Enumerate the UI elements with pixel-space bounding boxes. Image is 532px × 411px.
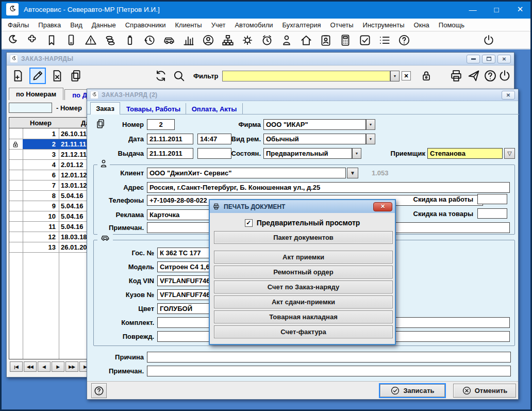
filter-dropdown-icon[interactable]: ▼ bbox=[390, 71, 400, 81]
discount-works-field[interactable] bbox=[477, 194, 507, 204]
date-field[interactable]: 21.11.2011 bbox=[147, 134, 193, 144]
print-icon[interactable] bbox=[449, 69, 463, 83]
orders-minimize-button[interactable] bbox=[467, 55, 480, 63]
print-handover-act-button[interactable]: Акт сдачи-приемки bbox=[214, 295, 393, 308]
menu-edit[interactable]: Правка bbox=[34, 21, 65, 29]
nav-first-icon[interactable]: |◀ bbox=[10, 361, 23, 372]
address-field[interactable]: Россия, г.Санкт-Петербург, Б. Конюшенная… bbox=[147, 182, 510, 193]
home-icon[interactable] bbox=[299, 33, 313, 47]
issue-date-field[interactable]: 21.11.2011 bbox=[147, 148, 193, 159]
orders-close-button[interactable]: ✕ bbox=[497, 55, 511, 63]
close-button[interactable]: ✕ bbox=[508, 0, 532, 19]
alarm-icon[interactable] bbox=[260, 33, 274, 47]
help-icon[interactable] bbox=[397, 33, 411, 47]
repair-type-dropdown-icon[interactable]: ▼ bbox=[366, 134, 375, 144]
reason-field[interactable] bbox=[147, 352, 511, 363]
battery-icon[interactable] bbox=[123, 33, 137, 47]
contacts-icon[interactable] bbox=[319, 33, 333, 47]
nav-prev-icon[interactable]: ◀ bbox=[38, 361, 51, 372]
filter-input[interactable] bbox=[222, 71, 390, 81]
save-button[interactable]: Записать bbox=[379, 383, 446, 398]
orders-restore-button[interactable] bbox=[482, 55, 495, 63]
dialog-help-button[interactable] bbox=[91, 383, 107, 398]
tab-goods-works[interactable]: Товары, Работы bbox=[121, 103, 186, 114]
preview-checkbox[interactable]: ✓ bbox=[245, 219, 253, 227]
calculator-icon[interactable] bbox=[338, 33, 353, 47]
state-dropdown-icon[interactable]: ▼ bbox=[352, 148, 361, 159]
order-number-input[interactable] bbox=[9, 103, 52, 113]
receiver-dropdown-icon[interactable]: ▽ bbox=[504, 148, 515, 159]
services-icon[interactable] bbox=[25, 33, 39, 47]
discount-goods-field[interactable] bbox=[477, 208, 507, 219]
send-icon[interactable] bbox=[467, 69, 481, 83]
orders-power-icon[interactable] bbox=[497, 69, 512, 83]
new-order-icon[interactable] bbox=[11, 69, 25, 83]
nav-next-icon[interactable]: ▶ bbox=[52, 361, 64, 372]
client-combo[interactable]: ООО "ДжипХит- Сервис" bbox=[147, 168, 346, 178]
warning-icon[interactable] bbox=[84, 33, 98, 47]
nav-fast-back-icon[interactable]: ◀◀ bbox=[24, 361, 37, 372]
tab-payment-acts[interactable]: Оплата, Акты bbox=[186, 103, 243, 114]
repair-type-combo[interactable]: Обычный bbox=[263, 134, 366, 144]
menu-clients[interactable]: Клиенты bbox=[171, 21, 207, 29]
car-icon[interactable] bbox=[162, 33, 176, 47]
tab-order[interactable]: Заказ bbox=[90, 102, 120, 114]
order-dialog-close-button[interactable]: ✕ bbox=[502, 91, 515, 100]
search-icon[interactable] bbox=[172, 69, 186, 83]
wrench-icon[interactable] bbox=[5, 33, 20, 47]
structure-icon[interactable] bbox=[221, 33, 235, 47]
orders-help-icon[interactable] bbox=[483, 69, 497, 83]
menu-files[interactable]: Файлы bbox=[3, 21, 34, 29]
lock-icon[interactable] bbox=[419, 69, 434, 83]
filter-clear-icon[interactable]: ✕ bbox=[402, 71, 411, 80]
nav-fast-forward-icon[interactable]: ▶▶ bbox=[65, 361, 78, 372]
menu-directories[interactable]: Справочники bbox=[121, 21, 171, 29]
menu-windows[interactable]: Окна bbox=[409, 21, 434, 29]
chart-icon[interactable] bbox=[181, 33, 196, 47]
print-acceptance-act-button[interactable]: Акт приемки bbox=[214, 251, 393, 264]
orders-window-title: ЗАКАЗ-НАРЯДЫ bbox=[21, 55, 73, 62]
refresh-icon[interactable] bbox=[154, 69, 168, 83]
power-icon[interactable] bbox=[481, 33, 496, 47]
number-field[interactable]: 2 bbox=[147, 119, 175, 130]
tab-by-number[interactable]: по Номерам bbox=[9, 88, 63, 100]
bookmark-icon[interactable] bbox=[44, 33, 59, 47]
column-header-number[interactable]: Номер bbox=[23, 118, 59, 128]
menu-bookkeeping[interactable]: Бухгалтерия bbox=[278, 21, 326, 29]
x-circle-icon bbox=[462, 386, 472, 396]
print-waybill-button[interactable]: Товарная накладная bbox=[214, 310, 393, 323]
print-repair-order-button[interactable]: Ремонтный ордер bbox=[214, 266, 393, 278]
tasks-icon[interactable] bbox=[358, 33, 372, 47]
delete-order-icon[interactable] bbox=[50, 69, 64, 83]
edit-order-icon[interactable] bbox=[29, 68, 46, 84]
firm-dropdown-icon[interactable]: ▼ bbox=[366, 119, 375, 130]
minimize-button[interactable]: — bbox=[461, 0, 485, 19]
cancel-button[interactable]: Отменить bbox=[453, 384, 516, 398]
firm-combo[interactable]: ООО "ИКАР" bbox=[263, 119, 366, 130]
settings-icon[interactable] bbox=[240, 33, 255, 47]
client-icon[interactable] bbox=[201, 33, 215, 47]
print-invoice-by-order-button[interactable]: Счет по Заказ-наряду bbox=[214, 281, 393, 293]
menu-help[interactable]: Помощь bbox=[434, 21, 469, 29]
print-dialog-close-button[interactable]: ✕ bbox=[373, 202, 392, 211]
list-icon[interactable] bbox=[377, 33, 392, 47]
coins-icon[interactable] bbox=[103, 33, 118, 47]
menu-cars[interactable]: Автомобили bbox=[230, 21, 277, 29]
copy-order-icon[interactable] bbox=[69, 69, 83, 83]
history-icon[interactable] bbox=[142, 33, 157, 47]
client-dropdown-icon[interactable]: ▼ bbox=[347, 168, 358, 178]
phone-icon[interactable] bbox=[64, 33, 78, 47]
print-vat-invoice-button[interactable]: Счет-фактура bbox=[214, 325, 393, 338]
menu-tools[interactable]: Инструменты bbox=[358, 21, 409, 29]
person-icon[interactable] bbox=[279, 33, 294, 47]
menu-reports[interactable]: Отчеты bbox=[326, 21, 358, 29]
maximize-button[interactable]: □ bbox=[485, 0, 508, 19]
print-package-button[interactable]: Пакет документов bbox=[214, 231, 393, 244]
menu-accounting[interactable]: Учет bbox=[207, 21, 230, 29]
note2-field[interactable] bbox=[147, 366, 511, 376]
menu-data[interactable]: Данные bbox=[87, 21, 121, 29]
receiver-combo[interactable]: Степанова bbox=[427, 148, 503, 159]
model-label: Модель bbox=[108, 263, 154, 271]
state-combo[interactable]: Предварительный bbox=[263, 148, 352, 159]
menu-view[interactable]: Вид bbox=[65, 21, 87, 29]
